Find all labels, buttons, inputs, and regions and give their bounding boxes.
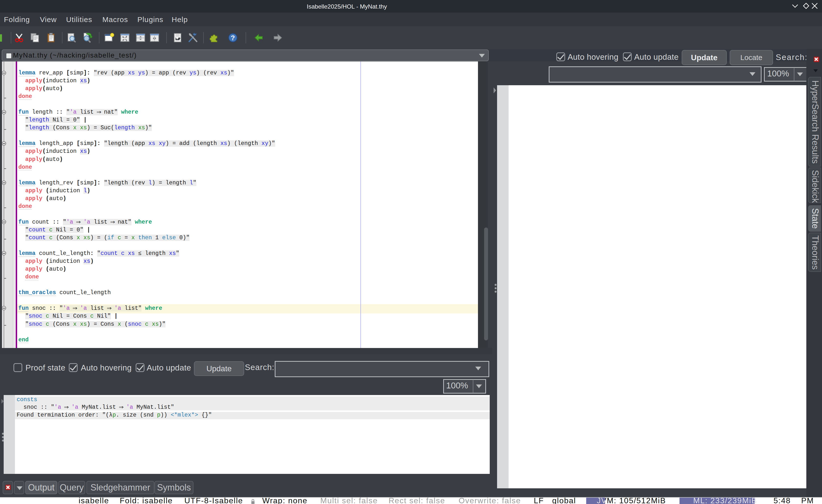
svg-text:?: ?: [231, 34, 235, 42]
